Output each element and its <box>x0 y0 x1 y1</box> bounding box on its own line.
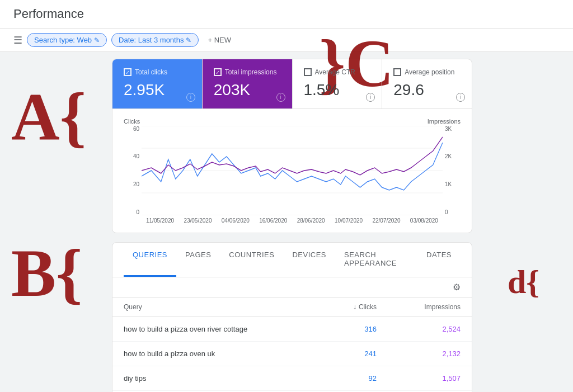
row-1-query: how to build a pizza oven uk <box>112 341 322 366</box>
average-ctr-label: Average CTR <box>315 68 355 76</box>
tab-search-appearance[interactable]: SEARCH APPEARANCE <box>335 243 417 277</box>
col-header-query: Query <box>112 297 322 317</box>
date-range-edit-icon: ✎ <box>186 36 191 44</box>
table-row: diy tips 92 1,507 <box>112 366 472 390</box>
metric-total-impressions-header: ✓ Total impressions <box>214 68 281 76</box>
x-label-6: 22/07/2020 <box>372 218 400 224</box>
y-axis-right-3k: 3K <box>445 126 452 132</box>
table-row: how to build a pizza oven uk 241 2,132 <box>112 341 472 366</box>
x-label-1: 23/05/2020 <box>184 218 212 224</box>
metrics-section: ✓ Total clicks 2.95K i ✓ Total impressio… <box>112 59 472 233</box>
search-type-label: Search type: Web <box>34 36 92 44</box>
total-impressions-label: Total impressions <box>225 68 277 76</box>
total-clicks-label: Total clicks <box>135 68 167 76</box>
page-wrapper: A{ B{ }C d{ Performance ☰ Search type: W… <box>0 0 573 392</box>
tab-queries[interactable]: QUERIES <box>124 243 176 277</box>
y-axis-right-1k: 1K <box>445 181 452 187</box>
tabs-bar: QUERIES PAGES COUNTRIES DEVICES SEARCH A… <box>112 243 472 277</box>
row-0-impressions: 2,524 <box>388 317 472 341</box>
chart-right-label: Impressions <box>428 118 461 125</box>
average-position-checkbox[interactable] <box>393 68 401 76</box>
y-axis-left-0: 0 <box>136 209 139 215</box>
y-axis-right-2k: 2K <box>445 153 452 159</box>
table-row: how to build a pizza oven river cottage … <box>112 317 472 341</box>
date-range-chip[interactable]: Date: Last 3 months ✎ <box>111 33 199 47</box>
data-table: Query ↓Clicks Impressions how to build a… <box>112 297 472 392</box>
total-impressions-value: 203K <box>214 81 281 100</box>
total-impressions-checkbox[interactable]: ✓ <box>214 68 222 76</box>
table-body: how to build a pizza oven river cottage … <box>112 317 472 392</box>
metric-average-ctr[interactable]: Average CTR 1.5% i <box>293 59 383 108</box>
average-ctr-value: 1.5% <box>304 81 371 100</box>
average-ctr-info-icon[interactable]: i <box>366 93 375 102</box>
metric-average-position-header: Average position <box>393 68 461 76</box>
y-axis-left-40: 40 <box>133 153 139 159</box>
metric-total-clicks-header: ✓ Total clicks <box>124 68 191 76</box>
add-new-label: + NEW <box>208 36 231 44</box>
table-toolbar: ⚙ <box>112 277 472 297</box>
add-new-button[interactable]: + NEW <box>203 34 236 46</box>
y-axis-left-20: 20 <box>133 181 139 187</box>
row-0-query: how to build a pizza oven river cottage <box>112 317 322 341</box>
total-clicks-checkbox[interactable]: ✓ <box>124 68 131 76</box>
sort-arrow-icon: ↓ <box>353 303 356 311</box>
row-2-impressions: 1,507 <box>388 366 472 390</box>
total-impressions-info-icon[interactable]: i <box>276 93 285 102</box>
x-label-7: 03/08/2020 <box>410 218 438 224</box>
total-clicks-info-icon[interactable]: i <box>186 93 195 102</box>
y-axis-right-0: 0 <box>445 209 448 215</box>
table-filter-icon[interactable]: ⚙ <box>453 282 461 292</box>
chart-left-label: Clicks <box>124 118 140 125</box>
row-1-impressions: 2,132 <box>388 341 472 366</box>
col-header-clicks[interactable]: ↓Clicks <box>322 297 388 317</box>
tab-devices[interactable]: DEVICES <box>283 243 335 277</box>
row-2-clicks: 92 <box>322 366 388 390</box>
metric-total-clicks[interactable]: ✓ Total clicks 2.95K i <box>112 59 203 108</box>
page-title: Performance <box>0 0 573 29</box>
tab-pages[interactable]: PAGES <box>176 243 220 277</box>
metric-total-impressions[interactable]: ✓ Total impressions 203K i <box>203 59 293 108</box>
average-ctr-checkbox[interactable] <box>304 68 312 76</box>
chart-x-labels: 11/05/2020 23/05/2020 04/06/2020 16/06/2… <box>146 218 438 224</box>
row-1-clicks: 241 <box>322 341 388 366</box>
search-type-edit-icon: ✎ <box>94 36 100 44</box>
metric-average-ctr-header: Average CTR <box>304 68 371 76</box>
y-axis-left-60: 60 <box>133 126 139 132</box>
average-position-label: Average position <box>405 68 454 76</box>
filter-bar: ☰ Search type: Web ✎ Date: Last 3 months… <box>0 29 573 52</box>
x-label-3: 16/06/2020 <box>259 218 287 224</box>
tab-dates[interactable]: DATES <box>417 243 461 277</box>
table-header: Query ↓Clicks Impressions <box>112 297 472 317</box>
filter-hamburger-icon[interactable]: ☰ <box>13 34 22 46</box>
row-0-clicks: 316 <box>322 317 388 341</box>
average-position-info-icon[interactable]: i <box>456 93 465 102</box>
total-clicks-value: 2.95K <box>124 81 191 100</box>
content-area: ✓ Total clicks 2.95K i ✓ Total impressio… <box>0 52 573 392</box>
x-label-5: 10/07/2020 <box>335 218 363 224</box>
x-label-0: 11/05/2020 <box>146 218 174 224</box>
x-label-2: 04/06/2020 <box>222 218 250 224</box>
metrics-cards: ✓ Total clicks 2.95K i ✓ Total impressio… <box>112 59 472 109</box>
chart-area: Clicks Impressions 60 40 20 0 <box>112 109 472 233</box>
row-2-query: diy tips <box>112 366 322 390</box>
tab-countries[interactable]: COUNTRIES <box>220 243 283 277</box>
average-position-value: 29.6 <box>393 81 461 100</box>
search-type-chip[interactable]: Search type: Web ✎ <box>27 33 107 47</box>
metric-average-position[interactable]: Average position 29.6 i <box>382 59 472 108</box>
tabs-section: QUERIES PAGES COUNTRIES DEVICES SEARCH A… <box>112 242 472 392</box>
x-label-4: 28/06/2020 <box>297 218 325 224</box>
col-header-impressions: Impressions <box>388 297 472 317</box>
performance-chart <box>142 126 443 215</box>
date-range-label: Date: Last 3 months <box>119 36 184 44</box>
